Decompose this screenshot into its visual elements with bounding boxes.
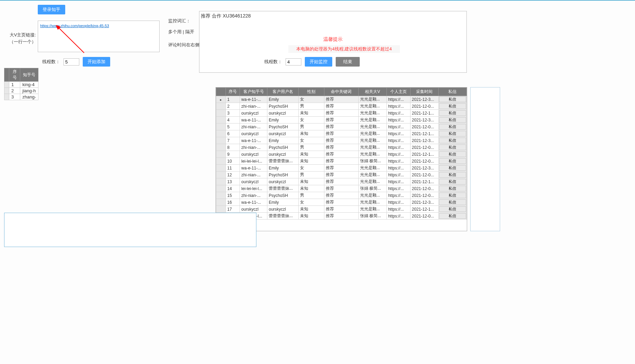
results-row[interactable]: 12zhi-nian-...PsychoSH男推荐光光是颗...https://… — [216, 172, 467, 178]
row-marker[interactable] — [216, 137, 226, 144]
cell-user: ourskyczl — [267, 178, 299, 185]
results-row[interactable]: 13ourskyczlourskyczl未知推荐光光是颗...https://.… — [216, 178, 467, 185]
row-marker[interactable] — [216, 110, 226, 117]
side-sub-panel — [470, 87, 500, 231]
row-marker[interactable] — [216, 206, 226, 213]
start-add-button[interactable]: 开始添加 — [83, 57, 110, 67]
private-message-button[interactable]: 私信 — [439, 110, 466, 116]
left-table-row[interactable]: 2jiang-h — [4, 88, 38, 94]
private-message-button[interactable]: 私信 — [439, 117, 466, 123]
row-marker[interactable] — [216, 185, 226, 192]
cell-seq: 10 — [226, 158, 240, 165]
private-message-button[interactable]: 私信 — [439, 138, 466, 143]
results-row[interactable]: 17ourskyczlourskyczl未知推荐光光是颗...https://.… — [216, 206, 467, 213]
cell-zh: wa-e-11-... — [240, 165, 267, 172]
row-marker[interactable] — [216, 96, 226, 103]
private-message-button[interactable]: 私信 — [439, 96, 466, 102]
row-marker[interactable] — [216, 151, 226, 158]
results-header: 相关大V — [358, 88, 386, 96]
results-row[interactable]: 8zhi-nian-...PsychoSH男推荐光光是颗...https://.… — [216, 144, 467, 151]
row-marker[interactable] — [216, 103, 226, 110]
row-marker[interactable] — [216, 130, 226, 137]
login-zhihu-button[interactable]: 登录知乎 — [38, 5, 65, 14]
cell-kw: 推荐 — [324, 137, 358, 144]
row-marker[interactable] — [216, 199, 226, 206]
start-monitor-button[interactable]: 开始监控 — [305, 57, 332, 67]
cell-sex: 女 — [298, 137, 324, 144]
end-button[interactable]: 结束 — [336, 57, 360, 67]
results-row[interactable]: 15zhi-nian-...PsychoSH男推荐光光是颗...https://… — [216, 192, 467, 199]
private-message-button[interactable]: 私信 — [439, 199, 466, 205]
row-marker[interactable] — [216, 192, 226, 199]
cell-user: Emily — [267, 165, 299, 172]
private-message-button[interactable]: 私信 — [439, 158, 466, 164]
row-marker[interactable] — [216, 172, 226, 178]
left-table-row[interactable]: 3zhang- — [4, 94, 38, 100]
row-marker[interactable] — [216, 178, 226, 185]
results-row[interactable]: 6ourskyczlourskyczl未知推荐光光是颗...https://..… — [216, 130, 467, 137]
cell-zh: wa-e-11-... — [240, 137, 267, 144]
results-row[interactable]: 7wa-e-11-...Emily女推荐光光是颗...https://...20… — [216, 137, 467, 144]
cell-hp: https://... — [386, 158, 410, 165]
dav-link-textarea[interactable]: https://www.zhihu.com/people/king-45-53 — [38, 21, 160, 52]
results-row[interactable]: 5zhi-nian-...PsychoSH男推荐光光是颗...https://.… — [216, 124, 467, 130]
cell-hp: https://... — [386, 96, 410, 103]
private-message-button[interactable]: 私信 — [439, 103, 466, 109]
private-message-button[interactable]: 私信 — [439, 144, 466, 150]
cell-sex: 女 — [298, 96, 324, 103]
results-row[interactable]: 4wa-e-11-...Emily女推荐光光是颗...https://...20… — [216, 117, 467, 124]
row-marker[interactable] — [216, 144, 226, 151]
private-message-button[interactable]: 私信 — [439, 165, 466, 171]
cell-seq: 14 — [226, 185, 240, 192]
results-row[interactable]: 9ourskyczlourskyczl未知推荐光光是颗...https://..… — [216, 151, 467, 158]
cell-sex: 未知 — [298, 130, 324, 137]
row-marker[interactable] — [216, 117, 226, 124]
cell-zh: zhi-nian-... — [240, 103, 267, 110]
dav-link-value[interactable]: https://www.zhihu.com/people/king-45-53 — [40, 24, 109, 28]
cell-hp: https://... — [386, 199, 410, 206]
results-row[interactable]: 16wa-e-11-...Emily女推荐光光是颗...https://...2… — [216, 199, 467, 206]
row-marker[interactable] — [216, 158, 226, 165]
results-row[interactable]: 10lei-lei-lei-l...蕾蕾蕾蕾妹...未知推荐张娟 极简...ht… — [216, 158, 467, 165]
results-row[interactable]: 11wa-e-11-...Emily女推荐光光是颗...https://...2… — [216, 165, 467, 172]
cell-sex: 男 — [298, 124, 324, 130]
cell-time: 2021-12-3... — [410, 96, 438, 103]
cell-v: 张娟 极简... — [358, 213, 386, 220]
private-message-button[interactable]: 私信 — [439, 186, 466, 191]
warm-tip-title: 温馨提示 — [199, 36, 467, 43]
cell-kw: 推荐 — [324, 185, 358, 192]
cell-time: 2021-12-0... — [410, 124, 438, 130]
cell-sex: 未知 — [298, 185, 324, 192]
cell-zh: zhi-nian-... — [240, 192, 267, 199]
private-message-button[interactable]: 私信 — [439, 151, 466, 157]
results-row[interactable]: 2zhi-nian-...PsychoSH男推荐光光是颗...https://.… — [216, 103, 467, 110]
cell-v: 光光是颗... — [358, 117, 386, 124]
results-row[interactable]: 1wa-e-11-...Emily女推荐光光是颗...https://...20… — [216, 96, 467, 103]
row-marker[interactable] — [216, 124, 226, 130]
row-marker[interactable] — [216, 165, 226, 172]
cell-seq: 1 — [226, 96, 240, 103]
cell-sex: 未知 — [298, 151, 324, 158]
private-message-button[interactable]: 私信 — [439, 124, 466, 130]
results-header: 采集时间 — [410, 88, 438, 96]
private-message-button[interactable]: 私信 — [439, 179, 466, 185]
cell-time: 2021-12-0... — [410, 192, 438, 199]
private-message-button[interactable]: 私信 — [439, 172, 466, 178]
results-table[interactable]: 序号客户知乎号客户用户名性别命中关键词相关大V个人主页采集时间私信 1wa-e-… — [216, 87, 467, 220]
monitor-words-value[interactable]: 推荐 合作 XU36461228 — [201, 13, 251, 19]
results-row[interactable]: 3ourskyczlourskyczl未知推荐光光是颗...https://..… — [216, 110, 467, 117]
left-table-row[interactable]: 1king-4 — [4, 82, 38, 88]
cell-zh: lei-lei-lei-l... — [240, 158, 267, 165]
zhihu-id-table[interactable]: 序号知乎号 1king-42jiang-h3zhang- — [4, 68, 38, 100]
private-message-button[interactable]: 私信 — [439, 206, 466, 212]
cell-time: 2021-12-1... — [410, 178, 438, 185]
results-row[interactable]: 14lei-lei-lei-l...蕾蕾蕾蕾妹...未知推荐张娟 极简...ht… — [216, 185, 467, 192]
cell-sex: 男 — [298, 103, 324, 110]
private-message-button[interactable]: 私信 — [439, 131, 466, 137]
right-thread-input[interactable] — [286, 58, 301, 66]
cell-zh: zhi-nian-... — [240, 124, 267, 130]
left-thread-input[interactable] — [64, 58, 79, 66]
private-message-button[interactable]: 私信 — [439, 192, 466, 198]
cell-sex: 女 — [298, 199, 324, 206]
private-message-button[interactable]: 私信 — [439, 213, 466, 219]
